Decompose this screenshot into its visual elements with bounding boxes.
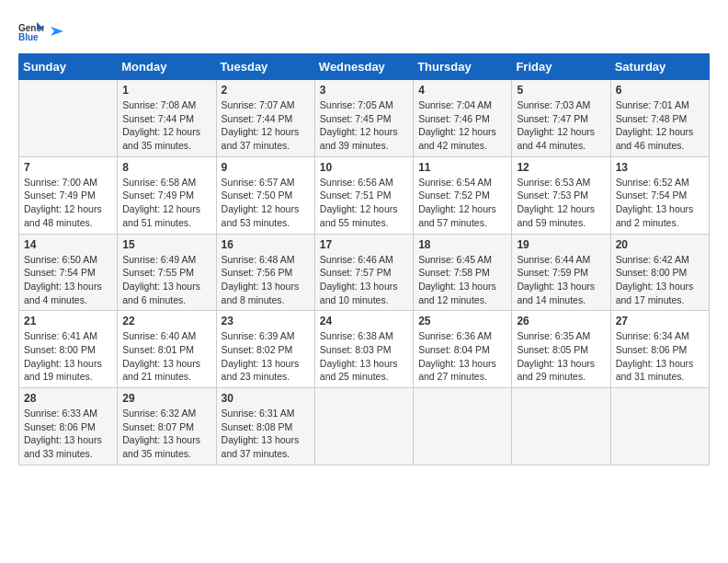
day-number: 15: [122, 238, 210, 251]
calendar-cell: 2Sunrise: 7:07 AMSunset: 7:44 PMDaylight…: [216, 80, 314, 157]
calendar-cell: 14Sunrise: 6:50 AMSunset: 7:54 PMDayligh…: [19, 234, 118, 311]
day-info: Sunrise: 7:05 AMSunset: 7:45 PMDaylight:…: [320, 98, 408, 153]
day-info: Sunrise: 6:54 AMSunset: 7:52 PMDaylight:…: [418, 176, 506, 230]
header-friday: Friday: [512, 54, 610, 80]
calendar-cell: 16Sunrise: 6:48 AMSunset: 7:56 PMDayligh…: [216, 234, 314, 311]
day-number: 3: [320, 84, 408, 97]
calendar-cell: 3Sunrise: 7:05 AMSunset: 7:45 PMDaylight…: [314, 80, 413, 157]
calendar-cell: 24Sunrise: 6:38 AMSunset: 8:03 PMDayligh…: [314, 311, 413, 388]
calendar-cell: 23Sunrise: 6:39 AMSunset: 8:02 PMDayligh…: [216, 311, 314, 388]
calendar-cell: [314, 388, 413, 465]
svg-marker-3: [51, 27, 63, 36]
calendar-cell: 15Sunrise: 6:49 AMSunset: 7:55 PMDayligh…: [118, 234, 216, 311]
calendar-cell: 11Sunrise: 6:54 AMSunset: 7:52 PMDayligh…: [414, 156, 512, 234]
header-tuesday: Tuesday: [216, 54, 314, 80]
calendar-cell: 9Sunrise: 6:57 AMSunset: 7:50 PMDaylight…: [216, 156, 314, 234]
day-number: 10: [320, 161, 408, 174]
calendar-cell: 4Sunrise: 7:04 AMSunset: 7:46 PMDaylight…: [414, 80, 512, 157]
day-info: Sunrise: 6:34 AMSunset: 8:06 PMDaylight:…: [616, 329, 704, 384]
calendar-table: SundayMondayTuesdayWednesdayThursdayFrid…: [18, 53, 710, 465]
day-number: 27: [616, 315, 704, 327]
day-number: 24: [320, 315, 408, 327]
week-row-2: 7Sunrise: 7:00 AMSunset: 7:49 PMDaylight…: [19, 156, 710, 234]
week-row-5: 28Sunrise: 6:33 AMSunset: 8:06 PMDayligh…: [19, 388, 710, 465]
day-number: 5: [517, 84, 605, 97]
day-info: Sunrise: 6:45 AMSunset: 7:58 PMDaylight:…: [418, 253, 506, 307]
day-number: 7: [24, 161, 112, 174]
day-number: 1: [122, 84, 210, 97]
day-number: 11: [418, 161, 506, 174]
calendar-cell: 29Sunrise: 6:32 AMSunset: 8:07 PMDayligh…: [118, 388, 216, 465]
day-number: 9: [222, 161, 310, 174]
day-number: 22: [122, 315, 210, 327]
day-number: 19: [517, 238, 605, 251]
day-info: Sunrise: 6:56 AMSunset: 7:51 PMDaylight:…: [320, 176, 408, 230]
day-info: Sunrise: 6:50 AMSunset: 7:54 PMDaylight:…: [24, 253, 112, 307]
day-info: Sunrise: 6:32 AMSunset: 8:07 PMDaylight:…: [122, 407, 210, 461]
day-info: Sunrise: 7:03 AMSunset: 7:47 PMDaylight:…: [517, 98, 605, 153]
day-info: Sunrise: 6:52 AMSunset: 7:54 PMDaylight:…: [616, 176, 704, 230]
header-saturday: Saturday: [610, 54, 709, 80]
calendar-cell: [414, 388, 512, 465]
calendar-cell: 8Sunrise: 6:58 AMSunset: 7:49 PMDaylight…: [118, 156, 216, 234]
day-number: 21: [24, 315, 112, 327]
calendar-cell: 26Sunrise: 6:35 AMSunset: 8:05 PMDayligh…: [512, 311, 610, 388]
calendar-cell: [512, 388, 610, 465]
header-monday: Monday: [118, 54, 216, 80]
day-number: 18: [418, 238, 506, 251]
day-number: 8: [122, 161, 210, 174]
day-number: 26: [517, 315, 605, 327]
day-info: Sunrise: 6:39 AMSunset: 8:02 PMDaylight:…: [222, 329, 310, 384]
day-info: Sunrise: 6:53 AMSunset: 7:53 PMDaylight:…: [517, 176, 605, 230]
day-info: Sunrise: 6:48 AMSunset: 7:56 PMDaylight:…: [222, 253, 310, 307]
day-info: Sunrise: 6:31 AMSunset: 8:08 PMDaylight:…: [222, 407, 310, 461]
day-info: Sunrise: 7:04 AMSunset: 7:46 PMDaylight:…: [418, 98, 506, 153]
calendar-cell: 30Sunrise: 6:31 AMSunset: 8:08 PMDayligh…: [216, 388, 314, 465]
logo-icon: General Blue: [18, 18, 44, 44]
calendar-cell: 17Sunrise: 6:46 AMSunset: 7:57 PMDayligh…: [314, 234, 413, 311]
day-info: Sunrise: 6:40 AMSunset: 8:01 PMDaylight:…: [122, 329, 210, 384]
calendar-cell: 18Sunrise: 6:45 AMSunset: 7:58 PMDayligh…: [414, 234, 512, 311]
logo: General Blue: [18, 18, 63, 44]
calendar-cell: 10Sunrise: 6:56 AMSunset: 7:51 PMDayligh…: [314, 156, 413, 234]
calendar-cell: 28Sunrise: 6:33 AMSunset: 8:06 PMDayligh…: [19, 388, 118, 465]
calendar-cell: 21Sunrise: 6:41 AMSunset: 8:00 PMDayligh…: [19, 311, 118, 388]
day-info: Sunrise: 6:36 AMSunset: 8:04 PMDaylight:…: [418, 329, 506, 384]
calendar-cell: 5Sunrise: 7:03 AMSunset: 7:47 PMDaylight…: [512, 80, 610, 157]
day-info: Sunrise: 6:35 AMSunset: 8:05 PMDaylight:…: [517, 329, 605, 384]
svg-text:Blue: Blue: [18, 32, 39, 42]
calendar-cell: 6Sunrise: 7:01 AMSunset: 7:48 PMDaylight…: [610, 80, 709, 157]
week-row-3: 14Sunrise: 6:50 AMSunset: 7:54 PMDayligh…: [19, 234, 710, 311]
header-thursday: Thursday: [414, 54, 512, 80]
day-number: 2: [222, 84, 310, 97]
day-number: 16: [222, 238, 310, 251]
calendar-header-row: SundayMondayTuesdayWednesdayThursdayFrid…: [19, 54, 710, 80]
calendar-cell: 19Sunrise: 6:44 AMSunset: 7:59 PMDayligh…: [512, 234, 610, 311]
day-info: Sunrise: 6:41 AMSunset: 8:00 PMDaylight:…: [24, 329, 112, 384]
day-info: Sunrise: 6:42 AMSunset: 8:00 PMDaylight:…: [616, 253, 704, 307]
calendar-cell: 7Sunrise: 7:00 AMSunset: 7:49 PMDaylight…: [19, 156, 118, 234]
day-info: Sunrise: 6:38 AMSunset: 8:03 PMDaylight:…: [320, 329, 408, 384]
week-row-1: 1Sunrise: 7:08 AMSunset: 7:44 PMDaylight…: [19, 80, 710, 157]
day-number: 17: [320, 238, 408, 251]
calendar-cell: 25Sunrise: 6:36 AMSunset: 8:04 PMDayligh…: [414, 311, 512, 388]
day-info: Sunrise: 6:33 AMSunset: 8:06 PMDaylight:…: [24, 407, 112, 461]
day-number: 25: [418, 315, 506, 327]
page-header: General Blue: [18, 18, 710, 44]
calendar-cell: [610, 388, 709, 465]
day-number: 28: [24, 392, 112, 405]
logo-general-text: [46, 25, 63, 40]
day-info: Sunrise: 7:07 AMSunset: 7:44 PMDaylight:…: [222, 98, 310, 153]
logo-arrow-icon: [47, 23, 63, 40]
day-number: 23: [222, 315, 310, 327]
calendar-cell: 1Sunrise: 7:08 AMSunset: 7:44 PMDaylight…: [118, 80, 216, 157]
day-info: Sunrise: 7:00 AMSunset: 7:49 PMDaylight:…: [24, 176, 112, 230]
calendar-cell: 12Sunrise: 6:53 AMSunset: 7:53 PMDayligh…: [512, 156, 610, 234]
calendar-cell: 20Sunrise: 6:42 AMSunset: 8:00 PMDayligh…: [610, 234, 709, 311]
day-number: 29: [122, 392, 210, 405]
calendar-cell: 22Sunrise: 6:40 AMSunset: 8:01 PMDayligh…: [118, 311, 216, 388]
day-info: Sunrise: 6:57 AMSunset: 7:50 PMDaylight:…: [222, 176, 310, 230]
calendar-cell: 27Sunrise: 6:34 AMSunset: 8:06 PMDayligh…: [610, 311, 709, 388]
day-info: Sunrise: 6:46 AMSunset: 7:57 PMDaylight:…: [320, 253, 408, 307]
day-number: 4: [418, 84, 506, 97]
